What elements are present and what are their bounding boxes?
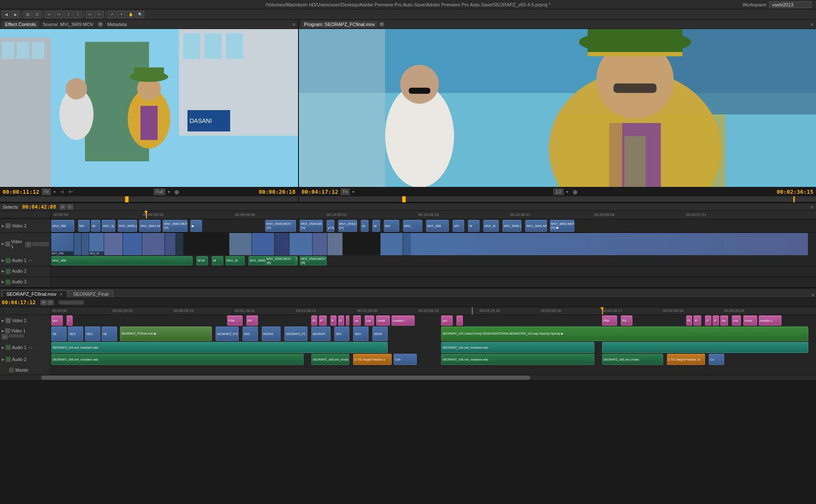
toolbar-btn-select[interactable]: ↗ bbox=[108, 11, 116, 18]
v1-thumb-3[interactable] bbox=[82, 233, 89, 255]
toolbar-btn-1[interactable]: ◀ bbox=[2, 11, 10, 18]
program-zoom-icon[interactable]: ⊕ bbox=[573, 189, 578, 195]
source-scrubber-handle[interactable] bbox=[125, 196, 129, 202]
bottom-scrollbar-thumb[interactable] bbox=[41, 376, 531, 380]
btm-v1-clip-8[interactable]: SEORAPZ_FC bbox=[284, 326, 307, 341]
track-v2-expand[interactable]: ▶ bbox=[2, 224, 4, 228]
clip-v2-18[interactable]: MV bbox=[453, 220, 464, 231]
clip-v2-21[interactable]: MVI_3690.} bbox=[503, 220, 522, 231]
source-scrubber[interactable] bbox=[0, 196, 298, 202]
btm-v2-clip-10[interactable]: va bbox=[353, 315, 361, 326]
audio-clip-a1-1[interactable]: MVI_368 bbox=[51, 256, 193, 265]
program-scrubber[interactable] bbox=[299, 196, 816, 202]
toolbar-btn-7[interactable]: ⤴ bbox=[64, 11, 73, 18]
clip-v2-4[interactable]: MVI_3( bbox=[102, 220, 115, 231]
btm-v2-clip-8[interactable]: P bbox=[338, 315, 344, 326]
bottom-a1-expand[interactable]: ▶ bbox=[2, 346, 4, 350]
btm-v2-clip-r9[interactable]: va bbox=[720, 315, 728, 326]
v1-thumb-9[interactable] bbox=[176, 233, 184, 255]
clip-v2-8[interactable]: ▶ bbox=[190, 220, 202, 231]
clip-v2-10[interactable]: MVI_2544.MOV [V] bbox=[300, 220, 323, 231]
bottom-a2-expand[interactable]: ▶ bbox=[2, 358, 4, 361]
track-a3-expand[interactable]: ▶ bbox=[2, 280, 4, 284]
clip-v2-11[interactable]: -y:Opacity bbox=[327, 220, 334, 231]
timeline-zoom-slider[interactable] bbox=[58, 300, 84, 305]
clip-v2-22[interactable]: MVI_3691.MOV bbox=[525, 220, 547, 231]
program-panel-menu[interactable]: ≡ bbox=[811, 22, 813, 27]
v1-thumb-7[interactable] bbox=[142, 233, 165, 255]
btm-a2-clip-r1[interactable]: SEORAPZ_v08.xml_mixdown.wav bbox=[441, 354, 594, 365]
timeline-btn-link[interactable]: ⊡ bbox=[47, 300, 53, 305]
v1-thumb-10[interactable] bbox=[229, 233, 252, 255]
btm-v2-clip-5[interactable]: Pi bbox=[311, 315, 317, 326]
track-v1-expand[interactable]: ▶ bbox=[2, 242, 4, 246]
btm-a2-clip-3[interactable]: C TG-Target Practice 1 bbox=[353, 354, 392, 365]
workspace-dropdown[interactable]: vashi2013 bbox=[769, 1, 812, 8]
btm-v1-clip-6[interactable]: SEO bbox=[243, 326, 258, 341]
btm-v2-clip-4[interactable]: Pif bbox=[246, 315, 258, 326]
btm-a2-clip-r2[interactable]: SEORAPZ_v08.xml_mixdo bbox=[602, 354, 663, 365]
clip-v2-5[interactable]: MVI_3690.} bbox=[118, 220, 137, 231]
clip-v2-15[interactable]: MV bbox=[384, 220, 399, 231]
btm-v2-clip-r3[interactable]: PIM bbox=[602, 315, 617, 326]
btm-v1-clip-2[interactable]: SEO bbox=[68, 326, 83, 341]
clip-v2-7[interactable]: MVI_3692.MOV [V] bbox=[163, 220, 187, 231]
program-scrubber-handle[interactable] bbox=[402, 196, 406, 202]
toolbar-btn-5[interactable]: ↩ bbox=[45, 11, 54, 18]
tab-program[interactable]: Program: SEORAPZ_FCfinal.mov bbox=[301, 21, 377, 28]
btm-v2-clip-r11[interactable]: credi bbox=[743, 315, 757, 326]
clip-v2-2[interactable]: MV bbox=[78, 220, 90, 231]
timeline-tab-1[interactable]: SEORAPZ_FCfinal.mov ✕ bbox=[2, 290, 67, 297]
v1-thumb-end[interactable] bbox=[411, 233, 808, 255]
toolbar-btn-hand[interactable]: ✋ bbox=[126, 11, 135, 18]
track-a2-expand[interactable]: ▶ bbox=[2, 269, 4, 273]
btm-a2-clip-2[interactable]: SEORAPZ_v08.xml_mixdo bbox=[311, 354, 350, 365]
clip-v2-23[interactable]: MVI_3692.MOV [V] ▶ bbox=[550, 220, 574, 231]
btm-v2-clip-credits-r[interactable]: credits 1 bbox=[759, 315, 782, 326]
btm-v2-clip-r2[interactable]: ↑ bbox=[456, 315, 462, 326]
timeline-tab-1-close[interactable]: ✕ bbox=[59, 292, 63, 297]
timeline-btn-snap[interactable]: ⊞ bbox=[41, 300, 47, 305]
toolbar-btn-razor[interactable]: ⌖ bbox=[117, 11, 126, 18]
btm-v1-clip-7[interactable]: SEORA bbox=[262, 326, 281, 341]
v1-thumb-17[interactable] bbox=[403, 233, 411, 255]
tab-effect-controls[interactable]: Effect Controls bbox=[3, 21, 38, 28]
clip-v2-6[interactable]: MVI_3691.MOV bbox=[139, 220, 161, 231]
source-transport-mark-in[interactable]: ⊣ bbox=[58, 189, 65, 195]
bottom-v2-expand[interactable]: ▶ bbox=[2, 319, 4, 323]
clip-v2-17[interactable]: MVI_368 bbox=[426, 220, 449, 231]
v1-thumb-6[interactable] bbox=[123, 233, 142, 255]
v1-thumb-2[interactable] bbox=[74, 233, 82, 255]
btm-v1-clip-12[interactable]: SEOR bbox=[372, 326, 388, 341]
btm-v2-clip-r1[interactable]: yrn bbox=[441, 315, 453, 326]
btm-a2-clip-r4[interactable]: Co bbox=[709, 354, 724, 365]
btm-v1-clip-11[interactable]: SEO bbox=[353, 326, 369, 341]
btm-a1-clip-3[interactable] bbox=[602, 342, 809, 353]
toolbar-btn-lift[interactable]: ✂ bbox=[86, 11, 94, 18]
bottom-v1-expand[interactable]: ▶ bbox=[2, 329, 4, 333]
btm-v2-clip-credits[interactable]: credits t bbox=[392, 315, 415, 326]
selects-btn-2[interactable]: ⊡ bbox=[67, 204, 73, 210]
v1-thumb-12[interactable] bbox=[275, 233, 290, 255]
clip-v2-9[interactable]: MVI_2545.MOV [V] bbox=[265, 220, 296, 231]
btm-v2-clip-r6[interactable]: P bbox=[693, 315, 701, 326]
btm-v2-clip-r7[interactable]: P bbox=[705, 315, 711, 326]
source-fit-dropdown[interactable]: Fit bbox=[42, 189, 51, 195]
clip-v2-16[interactable]: MVI_ bbox=[403, 220, 422, 231]
source-tab-close[interactable]: ✕ bbox=[98, 22, 103, 27]
clip-v2-14[interactable]: M bbox=[372, 220, 380, 231]
v1-thumb-13[interactable] bbox=[290, 233, 312, 255]
btm-v2-clip-r5[interactable]: Pi bbox=[686, 315, 692, 326]
clip-v2-12[interactable]: MVI_2543.MOV [V] bbox=[338, 220, 357, 231]
audio-clip-a1-4[interactable]: MVI_3t bbox=[225, 256, 245, 265]
toolbar-btn-zoom[interactable]: 🔍 bbox=[136, 11, 144, 18]
btm-v1-clip-1[interactable]: SE bbox=[51, 326, 67, 341]
btm-v2-clip-r10[interactable]: cre bbox=[732, 315, 741, 326]
btm-v1-clip-9[interactable]: SEORAP: bbox=[311, 326, 330, 341]
btm-a1-clip-2[interactable]: SEORAPZ_v04.xml_mixdown.wav bbox=[441, 342, 594, 353]
source-quality-dropdown[interactable]: Full bbox=[154, 189, 165, 195]
btm-v2-clip-3[interactable]: PIM bbox=[227, 315, 243, 326]
btm-v1-clip-5[interactable]: SEORAPZ_FCf bbox=[216, 326, 239, 341]
bottom-v1-mute[interactable]: V bbox=[2, 334, 8, 339]
clip-v2-3[interactable]: M bbox=[91, 220, 100, 231]
